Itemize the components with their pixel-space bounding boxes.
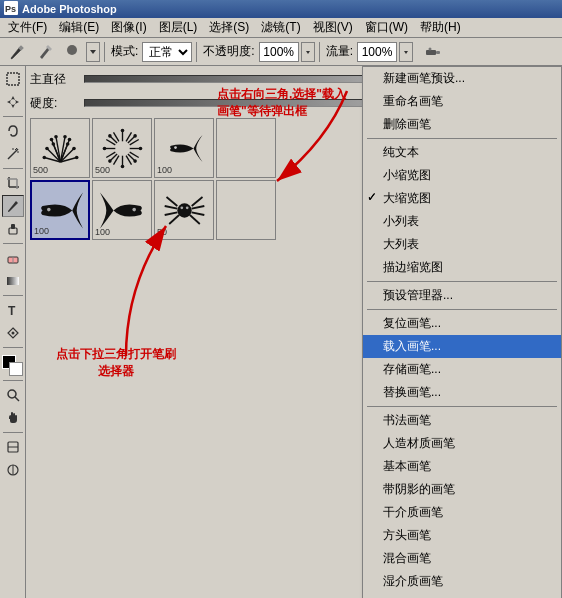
svg-point-54 [65, 142, 69, 146]
svg-point-3 [67, 45, 77, 55]
brush-cell-3[interactable] [216, 118, 276, 178]
menu-file[interactable]: 文件(F) [2, 17, 53, 38]
dropdown-calligraphy[interactable]: 书法画笔 [363, 409, 561, 432]
tool-extra2[interactable] [2, 459, 24, 481]
brush-cell-2[interactable]: 100 [154, 118, 214, 178]
dropdown-special-fx[interactable]: 特殊效果画笔 [363, 593, 561, 598]
flow-label: 流量: [326, 43, 353, 60]
tool-eraser[interactable] [2, 247, 24, 269]
svg-marker-12 [7, 100, 19, 104]
brush-panel: 主直径 硬度: [26, 66, 562, 598]
svg-point-77 [102, 146, 106, 150]
dropdown-square[interactable]: 方头画笔 [363, 524, 561, 547]
tool-extra1[interactable] [2, 436, 24, 458]
svg-line-88 [191, 206, 204, 209]
dropdown-large-list[interactable]: 大列表 [363, 233, 561, 256]
menu-window[interactable]: 窗口(W) [359, 17, 414, 38]
svg-point-72 [133, 134, 137, 138]
flow-input[interactable] [357, 42, 397, 62]
opacity-arrow-btn[interactable] [301, 42, 315, 62]
brush-cell-7[interactable] [216, 180, 276, 240]
dropdown-small-list[interactable]: 小列表 [363, 210, 561, 233]
dropdown-load-brush[interactable]: 载入画笔... [363, 335, 561, 358]
svg-line-85 [164, 212, 177, 215]
dropdown-wet-media[interactable]: 湿介质画笔 [363, 570, 561, 593]
tool-move[interactable] [2, 91, 24, 113]
brush-cell-4[interactable]: 100 [30, 180, 90, 240]
annotation-left: 点击下拉三角打开笔刷选择器 [56, 346, 176, 380]
airbrush-btn[interactable] [419, 41, 447, 63]
dropdown-dp-brushes[interactable]: 人造材质画笔 [363, 432, 561, 455]
brush-dropdown-btn[interactable] [86, 42, 100, 62]
dropdown-text-only[interactable]: 纯文本 [363, 141, 561, 164]
dropdown-preset-manager[interactable]: 预设管理器... [363, 284, 561, 307]
color-swatches[interactable] [2, 355, 24, 377]
tool-brush[interactable] [2, 195, 24, 217]
dropdown-dry-media[interactable]: 干介质画笔 [363, 501, 561, 524]
menu-edit[interactable]: 编辑(E) [53, 17, 105, 38]
svg-point-92 [185, 206, 188, 209]
toolbar-pencil-tool[interactable] [32, 41, 58, 63]
menu-layer[interactable]: 图层(L) [153, 17, 204, 38]
svg-point-28 [8, 390, 16, 398]
tool-stamp[interactable] [2, 218, 24, 240]
svg-point-51 [67, 137, 71, 141]
svg-point-47 [42, 155, 46, 159]
dropdown-reset-brush[interactable]: 复位画笔... [363, 312, 561, 335]
toolbar-sep-2 [196, 42, 197, 62]
tool-sep-4 [3, 295, 23, 296]
tool-marquee[interactable] [2, 68, 24, 90]
svg-text:T: T [8, 304, 16, 317]
dropdown-small-thumb[interactable]: 小缩览图 [363, 164, 561, 187]
dropdown-delete-brush[interactable]: 删除画笔 [363, 113, 561, 136]
dropdown-mixed[interactable]: 混合画笔 [363, 547, 561, 570]
brush-cell-5[interactable]: 100 [92, 180, 152, 240]
svg-point-48 [49, 137, 53, 141]
menu-image[interactable]: 图像(I) [105, 17, 152, 38]
svg-marker-5 [306, 51, 310, 54]
dropdown-basic[interactable]: 基本画笔 [363, 455, 561, 478]
svg-rect-25 [7, 277, 19, 285]
dropdown-save-brush[interactable]: 存储画笔... [363, 358, 561, 381]
toolbar-sep-1 [104, 42, 105, 62]
dropdown-large-thumb[interactable]: ✓大缩览图 [363, 187, 561, 210]
svg-point-76 [108, 159, 112, 163]
dropdown-stroke-thumb[interactable]: 描边缩览图 [363, 256, 561, 279]
dropdown-menu: 新建画笔预设... 重命名画笔 删除画笔 纯文本 小缩览图 ✓大缩览图 小列表 … [362, 66, 562, 598]
brush-label-4: 100 [34, 226, 49, 236]
dropdown-rename-brush[interactable]: 重命名画笔 [363, 90, 561, 113]
svg-rect-8 [436, 51, 440, 54]
mode-select[interactable]: 正常 [142, 42, 192, 62]
brush-icon [62, 40, 82, 63]
opacity-label: 不透明度: [203, 43, 254, 60]
left-sidebar: T [0, 66, 26, 598]
menu-help[interactable]: 帮助(H) [414, 17, 467, 38]
brush-cell-6[interactable]: 50 [154, 180, 214, 240]
dropdown-new-brush[interactable]: 新建画笔预设... [363, 67, 561, 90]
menu-filter[interactable]: 滤镜(T) [255, 17, 306, 38]
tool-lasso[interactable] [2, 120, 24, 142]
opacity-input[interactable] [259, 42, 299, 62]
tool-text[interactable]: T [2, 299, 24, 321]
brush-cell-1[interactable]: 500 [92, 118, 152, 178]
brush-cell-0[interactable]: 500 [30, 118, 90, 178]
menu-view[interactable]: 视图(V) [307, 17, 359, 38]
flow-arrow-btn[interactable] [399, 42, 413, 62]
svg-marker-6 [404, 51, 408, 54]
svg-point-80 [47, 207, 51, 211]
tool-zoom[interactable] [2, 384, 24, 406]
menu-bar: 文件(F) 编辑(E) 图像(I) 图层(L) 选择(S) 滤镜(T) 视图(V… [0, 18, 562, 38]
tool-crop[interactable] [2, 172, 24, 194]
title-icon: Ps [4, 1, 18, 17]
svg-point-46 [45, 146, 49, 150]
toolbar-brush-tool[interactable] [4, 41, 30, 63]
svg-point-78 [108, 134, 112, 138]
menu-select[interactable]: 选择(S) [203, 17, 255, 38]
tool-hand[interactable] [2, 407, 24, 429]
dropdown-replace-brush[interactable]: 替换画笔... [363, 381, 561, 404]
tool-gradient[interactable] [2, 270, 24, 292]
dropdown-shadow[interactable]: 带阴影的画笔 [363, 478, 561, 501]
tool-magic-wand[interactable] [2, 143, 24, 165]
tool-pen[interactable] [2, 322, 24, 344]
svg-line-89 [191, 212, 204, 215]
